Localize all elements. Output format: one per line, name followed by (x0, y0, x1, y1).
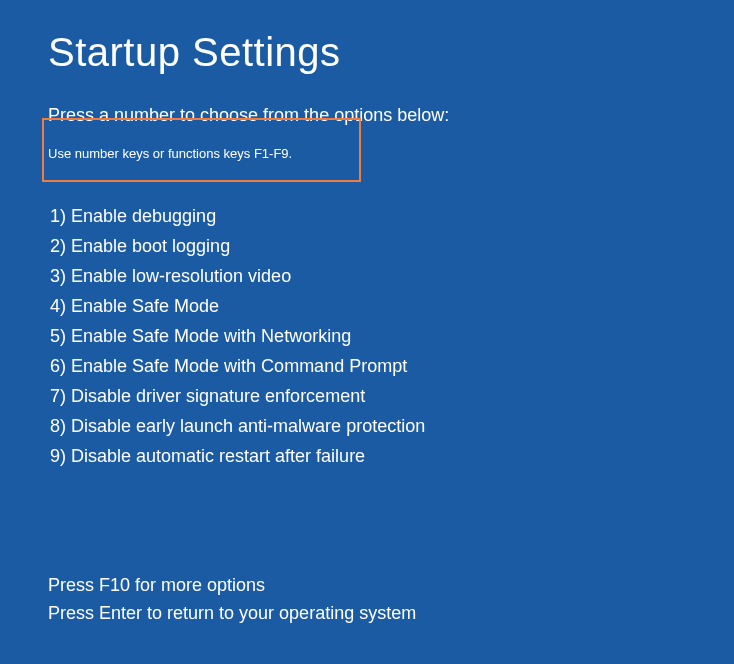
footer-return: Press Enter to return to your operating … (48, 599, 686, 627)
footer-more-options: Press F10 for more options (48, 571, 686, 599)
option-1[interactable]: 1) Enable debugging (48, 201, 686, 231)
option-8[interactable]: 8) Disable early launch anti-malware pro… (48, 411, 686, 441)
option-2[interactable]: 2) Enable boot logging (48, 231, 686, 261)
startup-settings-screen: Startup Settings Press a number to choos… (48, 30, 686, 627)
footer-instructions: Press F10 for more options Press Enter t… (48, 571, 686, 627)
option-6[interactable]: 6) Enable Safe Mode with Command Prompt (48, 351, 686, 381)
option-4[interactable]: 4) Enable Safe Mode (48, 291, 686, 321)
page-title: Startup Settings (48, 30, 686, 75)
instruction-text: Press a number to choose from the option… (48, 105, 686, 126)
options-list: 1) Enable debugging 2) Enable boot loggi… (48, 201, 686, 471)
option-5[interactable]: 5) Enable Safe Mode with Networking (48, 321, 686, 351)
hint-text: Use number keys or functions keys F1-F9. (48, 146, 686, 161)
option-9[interactable]: 9) Disable automatic restart after failu… (48, 441, 686, 471)
option-7[interactable]: 7) Disable driver signature enforcement (48, 381, 686, 411)
option-3[interactable]: 3) Enable low-resolution video (48, 261, 686, 291)
